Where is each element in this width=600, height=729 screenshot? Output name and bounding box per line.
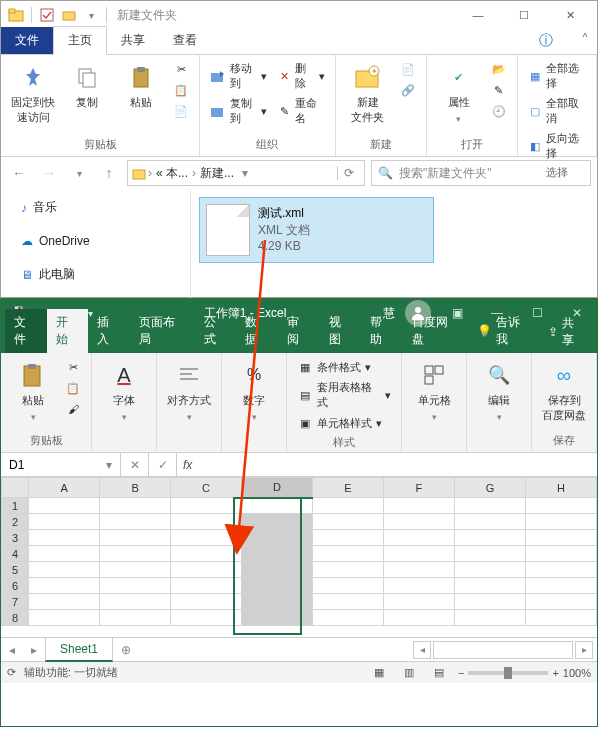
tab-help[interactable]: 帮助 (361, 309, 403, 353)
explorer-file-area[interactable]: 测试.xml XML 文档 4.29 KB (191, 189, 597, 299)
cells-group[interactable]: 单元格▾ (408, 357, 460, 426)
namebox[interactable]: D1▾ (1, 453, 121, 476)
share-button[interactable]: ⇪共享 (540, 311, 593, 353)
tab-review[interactable]: 审阅 (278, 309, 320, 353)
selectnone-button[interactable]: ▢全部取消 (524, 94, 590, 128)
help-icon[interactable]: ⓘ (535, 28, 557, 54)
sidebar-item-music[interactable]: ♪音乐 (1, 195, 190, 220)
font-group[interactable]: A字体▾ (98, 357, 150, 426)
refresh-icon[interactable]: ⟳ (337, 166, 360, 180)
cut-button[interactable]: ✂ (169, 59, 193, 79)
pasteshortcut-button[interactable]: 📄 (169, 101, 193, 121)
number-group[interactable]: %数字▾ (228, 357, 280, 426)
zoom-control[interactable]: − + 100% (458, 667, 591, 679)
col-header[interactable]: G (454, 478, 525, 498)
cancel-fx-icon[interactable]: ✕ (121, 453, 149, 476)
newitem-button[interactable]: 📄 (396, 59, 420, 79)
row-header[interactable]: 8 (2, 610, 29, 626)
maximize-button[interactable]: ☐ (501, 1, 547, 29)
tab-home[interactable]: 开始 (47, 309, 89, 353)
scroll-right-icon[interactable]: ▸ (575, 641, 593, 659)
invertsel-button[interactable]: ◧反向选择 (524, 129, 590, 163)
tab-view[interactable]: 查看 (159, 27, 211, 54)
enter-fx-icon[interactable]: ✓ (149, 453, 177, 476)
row-header[interactable]: 7 (2, 594, 29, 610)
col-header[interactable]: E (313, 478, 384, 498)
paste-button[interactable]: 粘贴▾ (7, 357, 59, 426)
copy-button[interactable]: 复制 (61, 59, 113, 114)
row-header[interactable]: 2 (2, 514, 29, 530)
qat-dropdown-icon[interactable]: ▾ (83, 7, 99, 23)
tab-formula[interactable]: 公式 (195, 309, 237, 353)
search-input[interactable]: 🔍 搜索"新建文件夹" (371, 160, 591, 186)
accessibility-icon[interactable]: ⟳ (7, 666, 16, 679)
open-button[interactable]: 📂 (487, 59, 511, 79)
cellfmt-button[interactable]: ▣单元格样式 ▾ (293, 413, 395, 433)
sheet-tab[interactable]: Sheet1 (45, 638, 113, 662)
fx-icon[interactable]: fx (177, 458, 198, 472)
col-header[interactable]: C (171, 478, 242, 498)
row-header[interactable]: 1 (2, 498, 29, 514)
tablefmt-button[interactable]: ▤套用表格格式 ▾ (293, 378, 395, 412)
tab-insert[interactable]: 插入 (88, 309, 130, 353)
align-group[interactable]: 对齐方式▾ (163, 357, 215, 426)
checkbox-icon[interactable] (39, 7, 55, 23)
select-all-cell[interactable] (2, 478, 29, 498)
col-header[interactable]: B (100, 478, 171, 498)
tab-share[interactable]: 共享 (107, 27, 159, 54)
row-header[interactable]: 6 (2, 578, 29, 594)
sidebar-item-thispc[interactable]: 🖥此电脑 (1, 262, 190, 287)
newfolder-button[interactable]: ✦新建 文件夹 (342, 59, 394, 129)
easyaccess-button[interactable]: 🔗 (396, 80, 420, 100)
col-header[interactable]: H (525, 478, 596, 498)
tab-tell[interactable]: 💡告诉我 (468, 309, 540, 353)
col-header[interactable]: F (383, 478, 454, 498)
zoom-value[interactable]: 100% (563, 667, 591, 679)
tab-home[interactable]: 主页 (53, 26, 107, 55)
row-header[interactable]: 4 (2, 546, 29, 562)
sidebar-item-onedrive[interactable]: ☁OneDrive (1, 230, 190, 252)
edit-button[interactable]: ✎ (487, 80, 511, 100)
sheet-first-icon[interactable]: ◂ (1, 643, 23, 657)
forward-button[interactable]: → (37, 161, 61, 185)
horizontal-scrollbar[interactable] (433, 641, 573, 659)
scroll-left-icon[interactable]: ◂ (413, 641, 431, 659)
formatpainter-icon[interactable]: 🖌 (61, 399, 85, 419)
back-button[interactable]: ← (7, 161, 31, 185)
tab-file[interactable]: 文件 (5, 309, 47, 353)
zoom-slider[interactable] (468, 671, 548, 675)
spreadsheet-grid[interactable]: A B C D E F G H 1 2 3 4 5 6 7 8 (1, 477, 597, 637)
moveto-button[interactable]: 移动到 ▾ (206, 59, 271, 93)
tab-data[interactable]: 数据 (236, 309, 278, 353)
row-header[interactable]: 3 (2, 530, 29, 546)
tab-file[interactable]: 文件 (1, 27, 53, 54)
editing-group[interactable]: 🔍编辑▾ (473, 357, 525, 426)
cut-icon[interactable]: ✂ (61, 357, 85, 377)
col-header[interactable]: A (29, 478, 100, 498)
tab-baidu[interactable]: 百度网盘 (403, 309, 468, 353)
tab-layout[interactable]: 页面布局 (130, 309, 195, 353)
pin-button[interactable]: 固定到快 速访问 (7, 59, 59, 129)
selectall-button[interactable]: ▦全部选择 (524, 59, 590, 93)
copyto-button[interactable]: 复制到 ▾ (206, 94, 271, 128)
tab-view[interactable]: 视图 (320, 309, 362, 353)
savebaidu-button[interactable]: ∞保存到 百度网盘 (538, 357, 590, 427)
zoom-in-icon[interactable]: + (552, 667, 558, 679)
properties-button[interactable]: ✔属性▾ (433, 59, 485, 128)
row-header[interactable]: 5 (2, 562, 29, 578)
file-item[interactable]: 测试.xml XML 文档 4.29 KB (199, 197, 434, 263)
zoom-out-icon[interactable]: − (458, 667, 464, 679)
add-sheet-icon[interactable]: ⊕ (113, 642, 139, 658)
paste-button[interactable]: 粘贴 (115, 59, 167, 114)
folder-small-icon[interactable] (61, 7, 77, 23)
sheet-last-icon[interactable]: ▸ (23, 643, 45, 657)
pagebreak-view-icon[interactable]: ▤ (428, 664, 450, 682)
copy-icon[interactable]: 📋 (61, 378, 85, 398)
delete-button[interactable]: ✕删除 ▾ (273, 59, 329, 93)
normal-view-icon[interactable]: ▦ (368, 664, 390, 682)
pagelayout-view-icon[interactable]: ▥ (398, 664, 420, 682)
copypath-button[interactable]: 📋 (169, 80, 193, 100)
close-button[interactable]: ✕ (547, 1, 593, 29)
ribbon-collapse-icon[interactable]: ˄ (573, 27, 597, 54)
recent-button[interactable]: ▾ (67, 161, 91, 185)
